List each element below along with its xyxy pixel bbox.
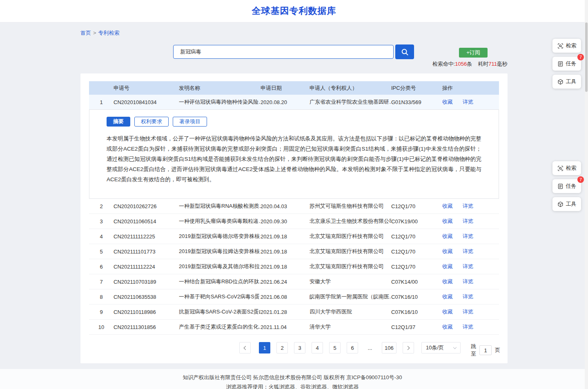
application-number: CN202010262726 <box>114 203 179 209</box>
favorite-link[interactable]: 收藏 <box>442 278 453 285</box>
time-number: 711 <box>488 61 497 67</box>
tab-claims[interactable]: 权利要求 <box>134 117 169 127</box>
applicant: 清华大学 <box>310 323 391 331</box>
float-tasks-label: 任务 <box>566 182 577 190</box>
favorite-link[interactable]: 收藏 <box>442 293 453 300</box>
applicant: 广东省农业科学院农业生物基因研… <box>310 98 391 106</box>
ipc-class: C12Q1/37 <box>391 324 442 330</box>
chevron-down-icon <box>453 345 457 349</box>
col-applicant: 申请人（专利权人） <box>310 84 391 92</box>
table-row[interactable]: 6 CN202111112224 2019新型冠状病毒及其德尔塔和拉… 2021… <box>89 259 499 274</box>
col-invention-title: 发明名称 <box>179 84 261 92</box>
search-stats: 检索命中:1056条耗时711毫秒 <box>432 60 508 68</box>
row-index: 8 <box>89 294 114 300</box>
tab-abstract[interactable]: 摘要 <box>107 117 130 127</box>
search-button[interactable] <box>395 44 414 59</box>
page-button-1[interactable]: 1 <box>259 342 270 353</box>
chevron-left-icon <box>244 346 248 350</box>
favorite-link[interactable]: 收藏 <box>442 233 453 240</box>
table-row[interactable]: 3 CN202011060514 一种使用乳头瘤病毒类病毒颗粒递… 2020.0… <box>89 214 499 229</box>
search-input[interactable] <box>174 45 393 58</box>
table-row[interactable]: 1 CN202010841034 一种评估冠状病毒跨物种传染风险… 2020.0… <box>89 95 499 109</box>
table-body-top: 1 CN202010841034 一种评估冠状病毒跨物种传染风险… 2020.0… <box>89 95 499 109</box>
page-footer: 知识产权出版社有限责任公司 拓尔思信息技术股份有限公司 版权所有 京ICP备09… <box>0 369 585 389</box>
results-table: 申请号 发明名称 申请日期 申请人（专利权人） IPC分类号 操作 1 CN20… <box>89 81 499 356</box>
col-ipc: IPC分类号 <box>391 84 442 92</box>
page-button-4[interactable]: 4 <box>312 342 323 353</box>
detail-link[interactable]: 详览 <box>463 233 473 240</box>
favorite-link[interactable]: 收藏 <box>442 98 453 106</box>
float-search-button-2[interactable]: 检索 <box>552 161 581 175</box>
detail-link[interactable]: 详览 <box>463 202 473 210</box>
scrollbar-thumb[interactable] <box>585 22 588 92</box>
detail-link[interactable]: 详览 <box>463 263 473 270</box>
table-row[interactable]: 4 CN202111112225 2019新型冠状病毒德尔塔变异株核… 2021… <box>89 229 499 244</box>
tab-bibliographic[interactable]: 著录项目 <box>173 117 207 127</box>
application-number: CN202010841034 <box>114 99 179 105</box>
jump-page-input[interactable] <box>479 345 492 355</box>
detail-link[interactable]: 详览 <box>463 248 473 255</box>
subscribe-button[interactable]: +订阅 <box>459 48 488 58</box>
breadcrumb-separator: > <box>93 30 96 36</box>
float-tools-button[interactable]: 工具 <box>552 75 581 89</box>
detail-link[interactable]: 详览 <box>463 293 473 300</box>
page-ellipsis[interactable]: ... <box>364 342 376 353</box>
table-row[interactable]: 10 CN202111301856 产生基于类泛素或泛素蛋白的生化… 2021.… <box>89 320 499 335</box>
favorite-link[interactable]: 收藏 <box>442 248 453 255</box>
float-tools-label: 工具 <box>566 78 577 85</box>
detail-link[interactable]: 详览 <box>463 98 473 106</box>
table-row[interactable]: 9 CN202110118986 抗新冠病毒SARS-CoV-2表面S2蛋白… … <box>89 305 499 320</box>
application-number: CN202110118986 <box>114 309 179 315</box>
page-button-6[interactable]: 6 <box>347 342 358 353</box>
next-page-button[interactable] <box>403 342 414 353</box>
invention-title: 一种结合新冠病毒RBD位点的环肽… <box>179 278 261 285</box>
ipc-class: C12Q1/70 <box>391 264 442 270</box>
table-row[interactable]: 5 CN202111101773 2019新型冠状病毒拉姆达变异株核… 2021… <box>89 244 499 259</box>
page-button-last[interactable]: 106 <box>382 342 396 353</box>
scrollbar[interactable] <box>585 0 588 389</box>
application-date: 2020.08.20 <box>261 99 310 105</box>
float-tasks-label: 任务 <box>566 60 577 67</box>
page-size-select[interactable]: 10条/页 <box>421 342 461 353</box>
patent-detail-panel: 摘要 权利要求 著录项目 本发明属于生物技术领域，公开了一种评估冠状病毒跨物种传… <box>89 109 499 199</box>
page-button-2[interactable]: 2 <box>276 342 288 353</box>
page-button-3[interactable]: 3 <box>294 342 305 353</box>
row-operations: 收藏 详览 <box>442 263 499 270</box>
invention-title: 一种基于靶向SARS-CoV2病毒S蛋… <box>179 293 261 300</box>
row-operations: 收藏 详览 <box>442 323 499 331</box>
table-row[interactable]: 7 CN202110703189 一种结合新冠病毒RBD位点的环肽… 2021.… <box>89 274 499 289</box>
row-index: 1 <box>89 99 114 105</box>
float-tasks-button[interactable]: 任务 7 <box>552 57 581 71</box>
invention-title: 产生基于类泛素或泛素蛋白的生化… <box>179 323 261 331</box>
float-tasks-button-2[interactable]: 任务 7 <box>552 179 581 193</box>
detail-link[interactable]: 详览 <box>463 323 473 331</box>
breadcrumb-home-link[interactable]: 首页 <box>80 30 91 36</box>
applicant: 北京艾瑞克阳医疗科技有限公司 <box>310 248 391 255</box>
time-unit: 毫秒 <box>497 61 508 67</box>
table-row[interactable]: 8 CN202110635538 一种基于靶向SARS-CoV2病毒S蛋… 20… <box>89 289 499 305</box>
float-tools-button-2[interactable]: 工具 <box>552 197 581 211</box>
page-button-5[interactable]: 5 <box>329 342 341 353</box>
favorite-link[interactable]: 收藏 <box>442 308 453 316</box>
favorite-link[interactable]: 收藏 <box>442 263 453 270</box>
table-row[interactable]: 2 CN202010262726 一种新型冠状病毒RNA核酸检测质… 2020.… <box>89 199 499 214</box>
detail-link[interactable]: 详览 <box>463 308 473 316</box>
favorite-link[interactable]: 收藏 <box>442 202 453 210</box>
float-search-button[interactable]: 检索 <box>552 39 581 53</box>
results-card: 申请号 发明名称 申请日期 申请人（专利权人） IPC分类号 操作 1 CN20… <box>80 73 508 363</box>
application-number: CN202111101773 <box>114 249 179 255</box>
detail-link[interactable]: 详览 <box>463 278 473 285</box>
applicant: 北京艾瑞克阳医疗科技有限公司 <box>310 233 391 240</box>
float-search-label: 检索 <box>566 164 577 172</box>
float-search-label: 检索 <box>566 42 577 49</box>
favorite-link[interactable]: 收藏 <box>442 218 453 225</box>
jump-suffix: 页 <box>495 347 500 354</box>
applicant: 苏州艾可瑞斯生物科技有限公司 <box>310 202 391 210</box>
page-size-value: 10条/页 <box>426 344 444 351</box>
favorite-link[interactable]: 收藏 <box>442 323 453 331</box>
ipc-class: C07K19/00 <box>391 218 442 225</box>
prev-page-button[interactable] <box>239 342 251 353</box>
page-jumper: 跳至 页 <box>471 343 500 358</box>
detail-link[interactable]: 详览 <box>463 218 473 225</box>
jump-label: 跳至 <box>471 343 476 358</box>
